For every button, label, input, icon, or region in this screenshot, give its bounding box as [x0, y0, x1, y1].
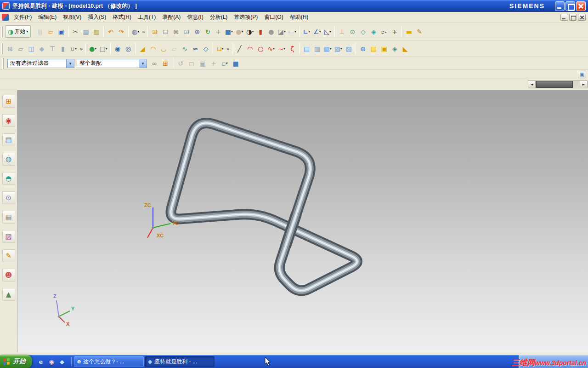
constraint-button[interactable]: ◆ [37, 42, 47, 55]
helix-button[interactable]: ζ [287, 42, 297, 55]
start-menu-button[interactable]: ◑开始▾ [5, 25, 31, 38]
dropdown-arrow-icon[interactable]: ▾ [95, 46, 96, 51]
filter-plane-button[interactable]: ▣ [198, 57, 208, 69]
menu-window[interactable]: 窗口(O) [261, 12, 286, 23]
effects-button[interactable]: ◈ [390, 42, 400, 55]
system-materials-button[interactable]: ✎ [2, 249, 15, 262]
point-snap-button[interactable]: ⊙ [347, 25, 357, 38]
paste-button[interactable]: ▥ [91, 25, 102, 38]
mdi-close-button[interactable] [578, 14, 586, 21]
open-button[interactable]: ▱ [45, 25, 56, 38]
graphics-viewport[interactable]: ZC YC XC Z Y X [17, 90, 588, 352]
toolbar-drag-handle[interactable] [1, 43, 3, 54]
spline-button[interactable]: ∿▾ [266, 42, 276, 55]
dropdown-arrow-icon[interactable]: ▾ [284, 29, 286, 34]
shaded-view-button[interactable]: ■▾ [224, 25, 234, 38]
ball-display-button[interactable]: ● [266, 25, 276, 38]
cut-button[interactable]: ✂ [70, 25, 80, 38]
pattern-feature-button[interactable]: ▤ [301, 42, 311, 55]
studio-spline-button[interactable]: ∼▾ [277, 42, 287, 55]
roles-panel-button[interactable]: ▨ [2, 230, 15, 243]
dropdown-arrow-icon[interactable]: ▾ [75, 46, 77, 51]
dropdown-arrow-icon[interactable]: ▾ [283, 46, 285, 51]
toolbar-drag-handle[interactable] [2, 58, 4, 69]
previous-selection-button[interactable]: ↺ [175, 57, 186, 69]
dropdown-arrow-icon[interactable]: ▾ [226, 61, 228, 65]
dropdown-arrow-icon[interactable]: ▾ [308, 29, 310, 34]
orient-iso-button[interactable]: ◺▾ [322, 25, 333, 38]
dropdown-arrow-icon[interactable]: ▾ [294, 29, 296, 34]
toolbar-overflow-button[interactable]: » [226, 46, 230, 52]
menu-analysis[interactable]: 分析(L) [207, 12, 231, 23]
start-button[interactable]: 开始 [0, 355, 32, 368]
dropdown-arrow-icon[interactable]: ▾ [137, 29, 139, 34]
move-object-button[interactable]: ◎ [123, 42, 133, 55]
midpoint-snap-button[interactable]: ◈ [368, 25, 379, 38]
chamfer-button[interactable]: ◣ [400, 42, 410, 55]
menu-insert[interactable]: 插入(S) [85, 12, 109, 23]
menu-help[interactable]: 帮助(H) [287, 12, 312, 23]
maximize-button[interactable] [565, 1, 575, 11]
rectangle-select-button[interactable]: ▫▾ [220, 57, 230, 69]
tools-button[interactable]: ⊤ [47, 42, 57, 55]
unite-button[interactable]: ⊔▾ [215, 42, 225, 55]
dropdown-arrow-icon[interactable]: ▾ [329, 29, 331, 34]
pan-button[interactable]: + [213, 25, 223, 38]
trim-body-button[interactable]: ▦▾ [322, 42, 333, 55]
wcs-origin[interactable] [152, 227, 154, 229]
sketch-button[interactable]: □▾ [98, 42, 108, 55]
primitives-button[interactable]: ●▾ [88, 42, 98, 55]
mirror-feature-button[interactable]: ▥ [312, 42, 322, 55]
dropdown-arrow-icon[interactable]: ▾ [231, 29, 233, 34]
dropdown-arrow-icon[interactable]: ▾ [330, 46, 332, 51]
dropdown-arrow-icon[interactable]: ▾ [222, 46, 224, 51]
restore-window-button[interactable]: ▣ [578, 71, 586, 78]
close-button[interactable] [576, 1, 586, 11]
display-mode-button[interactable]: ⊞ [150, 25, 160, 38]
palettes-button[interactable]: ▣ [379, 42, 389, 55]
filter-cube-button[interactable]: ◻ [187, 57, 197, 69]
datum-csys-button[interactable]: ◫ [26, 42, 36, 55]
filter-vector-button[interactable]: + [209, 57, 219, 69]
shaded-select-button[interactable]: ■ [231, 57, 241, 69]
snapshot-button[interactable]: ⊞ [160, 57, 170, 69]
chevron-down-icon[interactable]: ▾ [139, 59, 147, 68]
interpart-link-button[interactable]: ∞ [149, 57, 159, 69]
dropdown-arrow-icon[interactable]: ▾ [252, 29, 254, 34]
redo-button[interactable]: ↷ [116, 25, 126, 38]
save-button[interactable]: ▣ [56, 25, 66, 38]
roles-button[interactable]: ▤ [368, 42, 379, 55]
orient-front-button[interactable]: ∠▾ [312, 25, 322, 38]
command-finder-button[interactable]: ◍▾ [130, 25, 141, 38]
hd3d-tool-button[interactable]: ◓ [2, 172, 15, 185]
background-button[interactable]: ▭▾ [287, 25, 297, 38]
nx-quicklaunch-button[interactable]: ◆ [58, 357, 66, 366]
dropdown-arrow-icon[interactable]: ▾ [319, 29, 321, 34]
render-style-button[interactable]: ●▾ [234, 25, 244, 38]
user-tools-button[interactable]: ☻ [2, 269, 15, 282]
offset-button[interactable]: ▨ [344, 42, 354, 55]
process-studio-button[interactable]: ▦ [2, 211, 15, 224]
visual-reports-button[interactable]: ▲ [2, 288, 15, 301]
through-curves-button[interactable]: ≈ [190, 42, 200, 55]
sheet-body-button[interactable]: ▱ [169, 42, 179, 55]
assembly-navigator-button[interactable]: ⊞ [2, 95, 15, 108]
revolve-button[interactable]: ◠ [148, 42, 158, 55]
viewport-canvas[interactable]: ZC YC XC Z Y X [17, 90, 588, 352]
extrude-button[interactable]: ◢ [137, 42, 147, 55]
window-cascade-button[interactable]: ⊠ [171, 25, 181, 38]
menu-format[interactable]: 格式(R) [109, 12, 135, 23]
instance-geometry-button[interactable]: ◉ [113, 42, 123, 55]
reuse-library-button[interactable]: ◍ [2, 153, 15, 166]
dropdown-arrow-icon[interactable]: ▾ [26, 29, 28, 34]
mesh-surface-button[interactable]: ◇ [201, 42, 211, 55]
rotate-view-button[interactable]: ↻ [203, 25, 213, 38]
select-arrow-button[interactable]: ▻ [379, 25, 389, 38]
toolbar-overflow-button[interactable]: » [79, 46, 84, 52]
ie-quicklaunch-button[interactable]: e [37, 357, 45, 366]
menu-edit[interactable]: 编辑(E) [35, 12, 60, 23]
fit-view-button[interactable]: ⊡ [181, 25, 192, 38]
material-button[interactable]: ▮ [255, 25, 266, 38]
arc-button[interactable]: ◠ [245, 42, 255, 55]
copy-button[interactable]: ▦ [81, 25, 91, 38]
